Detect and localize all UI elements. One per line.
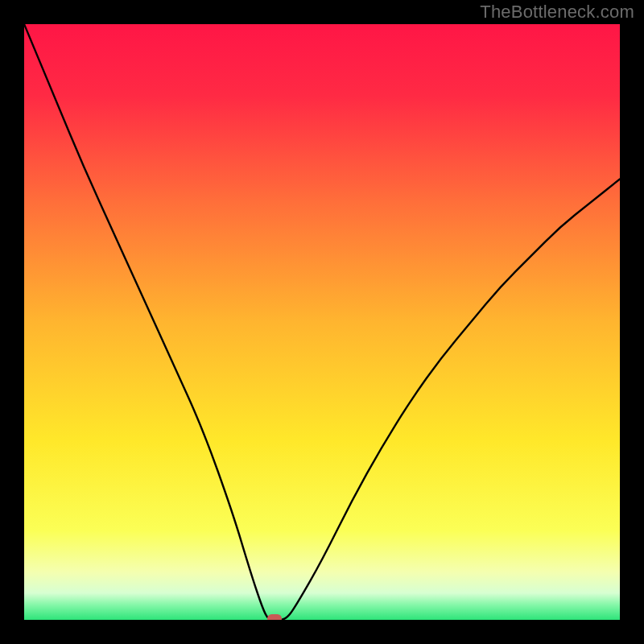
plot-area [24, 24, 620, 620]
min-point-marker [267, 614, 282, 620]
bottleneck-curve [24, 24, 620, 620]
watermark-text: TheBottleneck.com [480, 2, 634, 23]
chart-frame: TheBottleneck.com [0, 0, 644, 644]
